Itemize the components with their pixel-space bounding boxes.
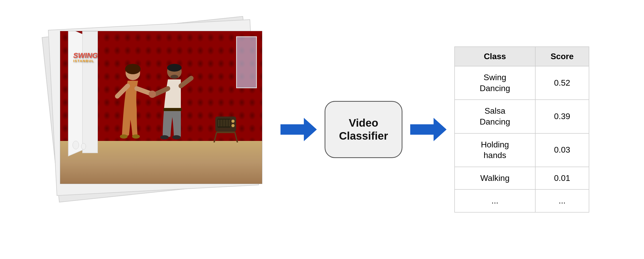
classifier-label: Video Classifier	[339, 117, 388, 143]
table-cell-score: 0.39	[535, 100, 589, 133]
table-row: Walking0.01	[455, 167, 589, 190]
svg-point-4	[120, 134, 128, 139]
swing-sign: SWING ISTANBUL	[73, 52, 98, 63]
table-cell-class: ...	[455, 189, 535, 212]
video-area: SWING ISTANBUL	[55, 23, 273, 236]
results-table: Class Score SwingDancing0.52SalsaDancing…	[454, 46, 589, 213]
svg-marker-32	[280, 118, 317, 141]
lanterns-svg	[71, 130, 91, 150]
svg-point-13	[172, 135, 181, 139]
table-cell-score: 0.52	[535, 66, 589, 100]
svg-point-1	[125, 64, 141, 74]
table-row: SalsaDancing0.39	[455, 100, 589, 133]
table-row: Holdinghands0.03	[455, 133, 589, 167]
results-table-wrapper: Class Score SwingDancing0.52SalsaDancing…	[454, 46, 589, 213]
table-cell-class: SwingDancing	[455, 66, 535, 100]
right-window	[236, 36, 257, 88]
svg-marker-33	[410, 118, 447, 141]
main-container: SWING ISTANBUL	[0, 0, 644, 259]
frames-stack: SWING ISTANBUL	[55, 23, 273, 236]
svg-rect-11	[163, 108, 182, 111]
svg-point-7	[167, 64, 182, 72]
arrow1-icon	[280, 117, 317, 142]
table-row: ......	[455, 189, 589, 212]
swing-subtitle: ISTANBUL	[73, 59, 98, 63]
svg-line-16	[235, 132, 237, 142]
arrow1-container	[278, 117, 319, 142]
frame-main: SWING ISTANBUL	[60, 31, 262, 184]
radio-svg	[210, 114, 241, 142]
table-cell-score: ...	[535, 189, 589, 212]
table-row: SwingDancing0.52	[455, 66, 589, 100]
classifier-box: Video Classifier	[325, 101, 402, 158]
svg-point-5	[132, 134, 140, 139]
svg-rect-19	[217, 119, 230, 128]
table-cell-score: 0.03	[535, 133, 589, 167]
svg-point-28	[231, 120, 235, 123]
svg-line-3	[137, 88, 151, 94]
svg-line-15	[214, 132, 217, 142]
svg-point-12	[160, 135, 169, 139]
table-cell-class: Walking	[455, 167, 535, 190]
dancers-svg	[94, 63, 224, 146]
arrow2-icon	[410, 117, 447, 142]
header-class: Class	[455, 47, 535, 66]
svg-point-8	[170, 75, 178, 79]
header-score: Score	[535, 47, 589, 66]
svg-line-10	[181, 78, 191, 86]
arrow2-container	[408, 117, 449, 142]
svg-point-31	[81, 143, 86, 149]
table-cell-class: SalsaDancing	[455, 100, 535, 133]
table-cell-score: 0.01	[535, 167, 589, 190]
table-cell-class: Holdinghands	[455, 133, 535, 167]
dance-scene: SWING ISTANBUL	[60, 31, 262, 184]
swing-title: SWING	[73, 52, 98, 59]
svg-point-14	[149, 91, 156, 98]
svg-point-30	[73, 141, 79, 149]
svg-point-29	[231, 124, 235, 127]
